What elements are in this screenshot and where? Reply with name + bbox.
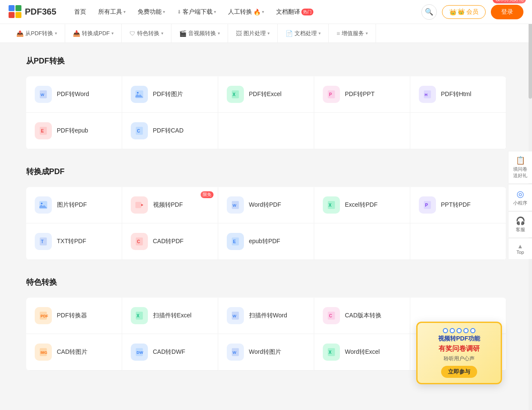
txt-to-pdf-icon: T (35, 233, 52, 250)
cad-to-pdf-icon: C (131, 233, 148, 250)
tool-label: Excel转PDF (345, 201, 378, 209)
sidebar-mini[interactable]: ◎ 小程序 (508, 184, 532, 211)
top-nav: PDF365 首页 所有工具 ▾ 免费功能 ▾ ⬇ 客户端下载 ▾ 人工转换 🔥… (0, 0, 532, 24)
subnav-image[interactable]: 🖼 图片处理 ▾ (228, 24, 278, 43)
back-to-top-button[interactable]: ▲ Top (508, 238, 532, 259)
tool-txt-to-pdf[interactable]: T TXT转PDF (26, 223, 122, 260)
chevron-down-icon: ▾ (55, 31, 57, 36)
tool-label: CAD转图片 (57, 348, 88, 356)
subnav-special[interactable]: 🛡 特色转换 ▾ (122, 24, 171, 43)
chevron-down-icon: ▾ (163, 9, 165, 14)
pdf-to-img-icon (131, 86, 148, 103)
tool-pdf-to-img[interactable]: PDF转图片 (122, 76, 218, 113)
nav-right: 🔍 👑 👑 会员 登录 领积分兑好礼 (421, 4, 523, 20)
sidebar-survey[interactable]: 📋 填问卷 送好礼 (508, 151, 532, 183)
tool-pdf-to-ppt[interactable]: P PDF转PPT (314, 76, 410, 113)
tool-label: Word转PDF (249, 201, 281, 209)
tool-cad-to-dwf[interactable]: DW CAD转DWF (122, 334, 218, 371)
subnav-media[interactable]: 🎬 音视频转换 ▾ (171, 24, 228, 43)
svg-point-7 (137, 92, 138, 94)
svg-text:X: X (328, 203, 331, 208)
tool-video-to-pdf[interactable]: 视频转PDF 限免 (122, 187, 218, 223)
top-arrow-icon: ▲ (517, 243, 523, 250)
tool-label: 图片转PDF (57, 201, 87, 209)
svg-text:C: C (137, 239, 140, 244)
tool-label: PDF转图片 (153, 90, 183, 98)
tool-cad-version[interactable]: C CAD版本转换 (314, 298, 410, 334)
logo[interactable]: PDF365 (9, 5, 56, 19)
sidebar-support[interactable]: 🎧 客服 (508, 211, 532, 237)
tool-epub-to-pdf[interactable]: E epub转PDF (218, 223, 314, 260)
tool-label: 视频转PDF (153, 201, 183, 209)
chevron-down-icon: ▾ (111, 31, 114, 36)
tool-empty (314, 113, 410, 149)
tool-label: epub转PDF (249, 238, 280, 245)
promo-cta-button[interactable]: 立即参与 (441, 366, 477, 378)
tool-pdf-to-excel[interactable]: X PDF转Excel (218, 76, 314, 113)
nav-tools[interactable]: 所有工具 ▾ (93, 6, 131, 18)
tool-pdf-to-cad[interactable]: C PDF转CAD (122, 113, 218, 149)
section-to-pdf: 转换成PDF 图片转PDF 视频转PDF 限免 W Word转PDF (26, 166, 506, 260)
nav-translate[interactable]: 文档翻译 热门 (271, 6, 319, 18)
svg-text:P: P (425, 203, 428, 208)
search-button[interactable]: 🔍 (421, 4, 437, 20)
top-label: Top (517, 250, 524, 255)
tool-scan-to-word[interactable]: W 扫描件转Word (218, 298, 314, 334)
svg-rect-2 (9, 12, 15, 18)
tool-word-to-excel[interactable]: X Word转Excel (314, 334, 410, 371)
tool-cad-to-pdf[interactable]: C CAD转PDF (122, 223, 218, 260)
tool-img-to-pdf[interactable]: 图片转PDF (26, 187, 122, 223)
hot-badge: 热门 (301, 9, 313, 15)
ring-5 (470, 328, 475, 333)
pdf-to-cad-icon: C (131, 122, 148, 139)
svg-marker-21 (141, 204, 143, 206)
tool-word-to-pdf[interactable]: W Word转PDF (218, 187, 314, 223)
chevron-down-icon: ▾ (268, 31, 270, 36)
tool-pdf-converter[interactable]: PDF PDF转换器 (26, 298, 122, 334)
svg-text:DW: DW (136, 350, 143, 355)
subnav-doc[interactable]: 📄 文档处理 ▾ (278, 24, 329, 43)
chevron-down-icon: ▾ (214, 9, 216, 14)
chevron-down-icon: ▾ (218, 31, 220, 36)
svg-text:C: C (137, 129, 140, 133)
excel-to-pdf-icon: X (323, 196, 340, 214)
tool-label: CAD转PDF (153, 238, 184, 245)
tool-label: PDF转Word (57, 90, 89, 98)
scrollbar-thumb[interactable] (529, 13, 532, 99)
pdf-to-word-icon: W (35, 86, 52, 103)
subnav-from-pdf[interactable]: 📤 从PDF转换 ▾ (9, 24, 65, 43)
tool-label: TXT转PDF (57, 238, 86, 245)
tool-label: PDF转换器 (57, 312, 87, 320)
tool-cad-to-img[interactable]: IMG CAD转图片 (26, 334, 122, 371)
tool-pdf-to-html[interactable]: H PDF转Html (410, 76, 506, 113)
nav-human[interactable]: 人工转换 🔥 ▾ (223, 6, 269, 18)
nav-home[interactable]: 首页 (69, 6, 91, 18)
word-to-img-icon: W (227, 344, 244, 361)
tool-scan-to-excel[interactable]: X 扫描件转Excel (122, 298, 218, 334)
cad-to-dwf-icon: DW (131, 344, 148, 361)
tool-word-to-img[interactable]: W Word转图片 (218, 334, 314, 371)
tool-label: Word转图片 (249, 348, 281, 356)
tool-label: PDF转epub (57, 127, 88, 135)
survey-icon: 📋 (516, 156, 525, 165)
member-button[interactable]: 👑 👑 会员 (442, 5, 486, 19)
tool-ppt-to-pdf[interactable]: P PPT转PDF (410, 187, 506, 223)
chevron-down-icon: ▾ (319, 31, 321, 36)
logo-text: PDF365 (25, 7, 56, 17)
to-pdf-icon: 📥 (73, 30, 80, 37)
image-icon: 🖼 (236, 30, 242, 37)
tool-pdf-to-epub[interactable]: E PDF转epub (26, 113, 122, 149)
promo-title: 视频转PDF功能 (423, 335, 496, 343)
pdf-to-epub-icon: E (35, 122, 52, 139)
promo-banner[interactable]: 视频转PDF功能 有奖问卷调研 聆听用户心声 立即参与 (416, 322, 502, 384)
promo-desc: 聆听用户心声 (423, 355, 496, 362)
tool-pdf-to-word[interactable]: W PDF转Word (26, 76, 122, 113)
nav-download[interactable]: ⬇ 客户端下载 ▾ (172, 6, 221, 18)
tool-label: PPT转PDF (441, 201, 471, 209)
tool-label: CAD转DWF (153, 348, 185, 356)
login-button[interactable]: 登录 (491, 5, 523, 19)
subnav-value[interactable]: ≡ 增值服务 ▾ (329, 24, 376, 43)
tool-excel-to-pdf[interactable]: X Excel转PDF (314, 187, 410, 223)
nav-free[interactable]: 免费功能 ▾ (132, 6, 170, 18)
subnav-to-pdf[interactable]: 📥 转换成PDF ▾ (65, 24, 122, 43)
